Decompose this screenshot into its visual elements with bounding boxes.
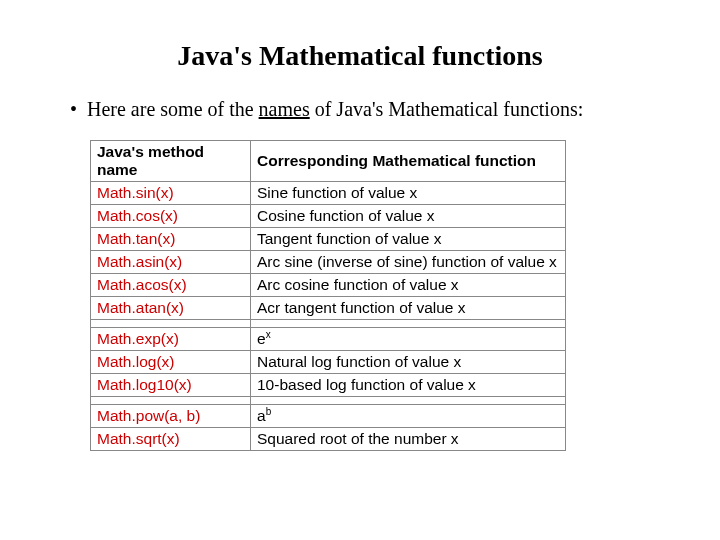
page-title: Java's Mathematical functions xyxy=(50,40,670,72)
desc-cell: Squared root of the number x xyxy=(251,428,566,451)
desc-sup: x xyxy=(266,329,271,340)
table-row: Math.tan(x) Tangent function of value x xyxy=(91,228,566,251)
intro-after: of Java's Mathematical functions: xyxy=(310,98,584,120)
method-cell: Math.pow(a, b) xyxy=(91,405,251,428)
functions-table: Java's method name Corresponding Mathema… xyxy=(90,140,566,451)
table-row: Math.exp(x) ex xyxy=(91,328,566,351)
method-cell: Math.acos(x) xyxy=(91,274,251,297)
desc-cell: Cosine function of value x xyxy=(251,205,566,228)
desc-cell: Tangent function of value x xyxy=(251,228,566,251)
table-row: Math.acos(x) Arc cosine function of valu… xyxy=(91,274,566,297)
header-method: Java's method name xyxy=(91,141,251,182)
table-row: Math.sqrt(x) Squared root of the number … xyxy=(91,428,566,451)
method-cell: Math.sin(x) xyxy=(91,182,251,205)
table-row: Math.log(x) Natural log function of valu… xyxy=(91,351,566,374)
desc-sup: b xyxy=(266,406,272,417)
method-cell: Math.sqrt(x) xyxy=(91,428,251,451)
method-cell: Math.tan(x) xyxy=(91,228,251,251)
method-cell: Math.log(x) xyxy=(91,351,251,374)
header-desc: Corresponding Mathematical function xyxy=(251,141,566,182)
intro-underlined: names xyxy=(259,98,310,120)
desc-cell: Arc sine (inverse of sine) function of v… xyxy=(251,251,566,274)
desc-cell: ex xyxy=(251,328,566,351)
table-row: Math.cos(x) Cosine function of value x xyxy=(91,205,566,228)
table-row: Math.sin(x) Sine function of value x xyxy=(91,182,566,205)
method-cell: Math.cos(x) xyxy=(91,205,251,228)
method-cell: Math.asin(x) xyxy=(91,251,251,274)
desc-cell: Acr tangent function of value x xyxy=(251,297,566,320)
method-cell: Math.exp(x) xyxy=(91,328,251,351)
table-row: Math.atan(x) Acr tangent function of val… xyxy=(91,297,566,320)
desc-cell: Natural log function of value x xyxy=(251,351,566,374)
intro-before: Here are some of the xyxy=(87,98,259,120)
desc-cell: 10-based log function of value x xyxy=(251,374,566,397)
desc-cell: Sine function of value x xyxy=(251,182,566,205)
table-row: Math.log10(x) 10-based log function of v… xyxy=(91,374,566,397)
method-cell: Math.log10(x) xyxy=(91,374,251,397)
table-row: Math.asin(x) Arc sine (inverse of sine) … xyxy=(91,251,566,274)
intro-bullet: • Here are some of the names of Java's M… xyxy=(50,96,670,122)
intro-text: Here are some of the names of Java's Mat… xyxy=(87,96,583,122)
table-spacer xyxy=(91,397,566,405)
desc-base: a xyxy=(257,407,266,424)
desc-cell: ab xyxy=(251,405,566,428)
desc-base: e xyxy=(257,330,266,347)
desc-cell: Arc cosine function of value x xyxy=(251,274,566,297)
table-row: Math.pow(a, b) ab xyxy=(91,405,566,428)
bullet-icon: • xyxy=(70,96,77,122)
table-spacer xyxy=(91,320,566,328)
method-cell: Math.atan(x) xyxy=(91,297,251,320)
table-header-row: Java's method name Corresponding Mathema… xyxy=(91,141,566,182)
